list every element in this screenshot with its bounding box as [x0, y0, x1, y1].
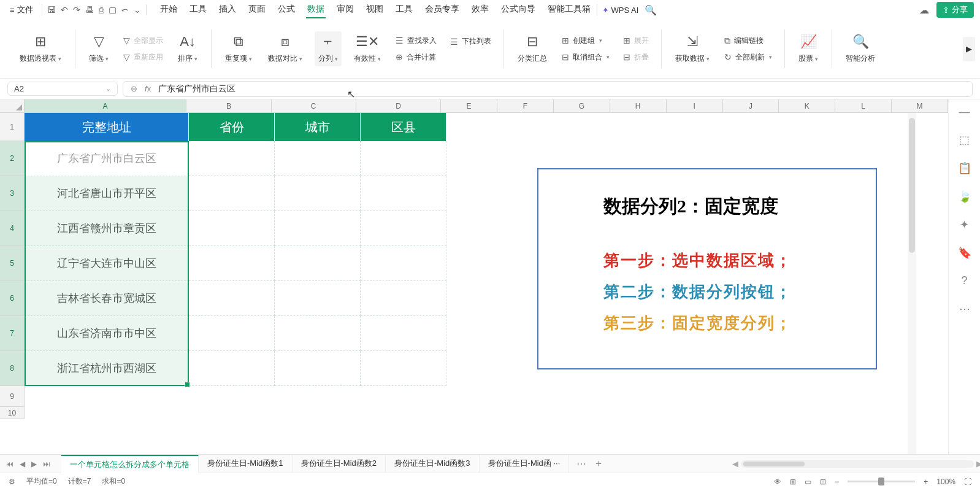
- cell-d6[interactable]: [361, 281, 446, 316]
- name-box[interactable]: A2 ⌄: [7, 82, 118, 96]
- cell-b4[interactable]: [189, 211, 275, 246]
- validation-button[interactable]: ☰✕ 有效性▾: [350, 31, 385, 66]
- duplicates-button[interactable]: ⧉ 重复项▾: [221, 31, 256, 66]
- cell-d7[interactable]: [361, 316, 446, 351]
- tab-start[interactable]: 开始: [159, 1, 178, 18]
- col-header-l[interactable]: L: [835, 99, 892, 112]
- print-icon[interactable]: 🖶: [85, 5, 94, 15]
- cell-a1[interactable]: 完整地址: [25, 113, 189, 141]
- col-header-h[interactable]: H: [610, 99, 667, 112]
- col-header-d[interactable]: D: [356, 99, 441, 112]
- cell-b6[interactable]: [189, 281, 275, 316]
- cell-a4[interactable]: 江西省赣州市章贡区: [25, 211, 189, 246]
- get-data-button[interactable]: ⇲ 获取数据▾: [672, 31, 713, 66]
- tab-review[interactable]: 审阅: [335, 1, 355, 18]
- cell-b5[interactable]: [189, 246, 275, 281]
- zoom-slider[interactable]: [848, 481, 915, 482]
- fx-icon[interactable]: fx: [145, 84, 151, 93]
- tab-efficiency[interactable]: 效率: [470, 1, 490, 18]
- hscroll-left-icon[interactable]: ◀: [732, 459, 738, 468]
- qat-more-icon[interactable]: ⤺: [121, 5, 129, 15]
- col-header-g[interactable]: G: [554, 99, 610, 112]
- cell-a2[interactable]: 广东省广州市白云区: [25, 141, 189, 176]
- shapes-icon[interactable]: ✦: [960, 218, 969, 231]
- cell-a7[interactable]: 山东省济南市市中区: [25, 316, 189, 351]
- view-eye-icon[interactable]: 👁: [774, 477, 781, 486]
- sort-button[interactable]: A↓ 排序▾: [174, 31, 201, 66]
- sheet-prev-icon[interactable]: ◀: [20, 460, 25, 468]
- sheet-last-icon[interactable]: ⏭: [43, 460, 50, 468]
- cell-a8[interactable]: 浙江省杭州市西湖区: [25, 351, 189, 386]
- tab-tools2[interactable]: 工具: [394, 1, 414, 18]
- row-header-7[interactable]: 7: [0, 316, 24, 351]
- find-entry-button[interactable]: ☰查找录入: [393, 34, 439, 47]
- row-header-6[interactable]: 6: [0, 281, 24, 316]
- dropdown-list-button[interactable]: ☰下拉列表: [448, 35, 494, 48]
- merge-calc-button[interactable]: ⊕合并计算: [393, 51, 439, 64]
- view-layout-icon[interactable]: ⊡: [820, 477, 826, 486]
- col-header-m[interactable]: M: [892, 99, 948, 112]
- subtotal-button[interactable]: ⊟ 分类汇总: [514, 31, 551, 66]
- tab-insert[interactable]: 插入: [218, 1, 237, 18]
- add-sheet-icon[interactable]: ＋: [594, 457, 603, 470]
- sheet-tab-3[interactable]: 身份证生日-Mid函数3: [386, 455, 480, 473]
- cell-b8[interactable]: [189, 351, 275, 386]
- cell-c6[interactable]: [275, 281, 361, 316]
- print-preview-icon[interactable]: ⎙: [99, 5, 104, 15]
- horizontal-scrollbar[interactable]: ◀ ▶: [741, 460, 974, 468]
- settings-icon[interactable]: ⚙: [9, 477, 15, 486]
- cell-b1[interactable]: 省份: [189, 113, 275, 141]
- cell-d4[interactable]: [361, 211, 446, 246]
- cell-b3[interactable]: [189, 176, 275, 211]
- sheet-first-icon[interactable]: ⏮: [6, 460, 13, 468]
- col-header-c[interactable]: C: [272, 99, 356, 112]
- cell-d8[interactable]: [361, 351, 446, 386]
- tab-formula-guide[interactable]: 公式向导: [500, 1, 537, 18]
- refresh-all-button[interactable]: ↻全部刷新▾: [722, 51, 775, 64]
- row-header-5[interactable]: 5: [0, 246, 24, 281]
- ribbon-expand-button[interactable]: ▶: [963, 37, 975, 61]
- create-group-button[interactable]: ⊞创建组▾: [559, 34, 612, 47]
- col-header-i[interactable]: I: [667, 99, 723, 112]
- row-header-9[interactable]: 9: [0, 386, 24, 407]
- zoom-thumb[interactable]: [878, 477, 884, 485]
- help-icon[interactable]: ?: [961, 274, 967, 287]
- search-icon[interactable]: 🔍: [645, 4, 657, 16]
- save-icon[interactable]: 🖫: [47, 5, 56, 15]
- hscroll-right-icon[interactable]: ▶: [976, 459, 980, 468]
- col-header-f[interactable]: F: [497, 99, 554, 112]
- col-header-e[interactable]: E: [441, 99, 497, 112]
- tab-smart-toolbox[interactable]: 智能工具箱: [546, 1, 592, 18]
- cell-a3[interactable]: 河北省唐山市开平区: [25, 176, 189, 211]
- sheet-tab-2[interactable]: 身份证生日-Mid函数2: [293, 455, 386, 473]
- zoom-out-icon[interactable]: −: [835, 477, 839, 486]
- hscroll-thumb[interactable]: [743, 462, 805, 466]
- cell-b2[interactable]: [189, 141, 275, 176]
- col-header-b[interactable]: B: [186, 99, 271, 112]
- tab-page[interactable]: 页面: [247, 1, 267, 18]
- cell-c3[interactable]: [275, 176, 361, 211]
- file-menu[interactable]: ≡ 文件: [6, 3, 37, 17]
- row-header-2[interactable]: 2: [0, 141, 24, 176]
- tab-data[interactable]: 数据: [306, 1, 326, 18]
- tab-vip[interactable]: 会员专享: [424, 1, 461, 18]
- pivot-table-button[interactable]: ⊞ 数据透视表▾: [16, 31, 65, 66]
- cell-c5[interactable]: [275, 246, 361, 281]
- share-button[interactable]: ⇪ 分享: [936, 2, 974, 18]
- col-header-a[interactable]: A: [25, 99, 187, 112]
- cell-d1[interactable]: 区县: [361, 113, 446, 141]
- undo-icon[interactable]: ↶: [61, 5, 68, 15]
- qat-dropdown-icon[interactable]: ⌄: [134, 5, 141, 15]
- text-to-columns-button[interactable]: ⫟ 分列▾: [315, 31, 342, 66]
- sheet-more-icon[interactable]: ⋯: [576, 458, 586, 470]
- formula-bar[interactable]: 广东省广州市白云区: [158, 83, 235, 95]
- sheet-tab-4[interactable]: 身份证生日-Mid函 ···: [480, 455, 570, 473]
- cell-d3[interactable]: [361, 176, 446, 211]
- cancel-formula-icon[interactable]: ⊖: [131, 84, 137, 93]
- view-page-icon[interactable]: ▭: [805, 477, 811, 486]
- qat-icon-5[interactable]: ▢: [109, 5, 117, 15]
- minus-icon[interactable]: —: [959, 106, 970, 118]
- col-header-j[interactable]: J: [723, 99, 779, 112]
- data-compare-button[interactable]: ⧈ 数据对比▾: [264, 31, 306, 66]
- scrollbar-thumb[interactable]: [909, 118, 915, 253]
